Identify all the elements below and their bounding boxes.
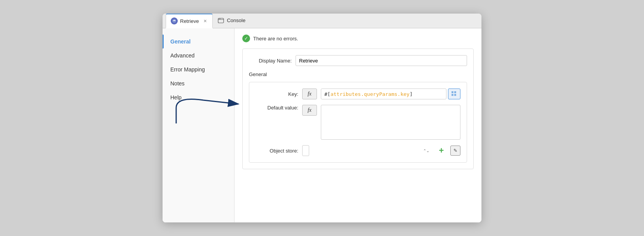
add-object-store-button[interactable]: + bbox=[436, 146, 446, 156]
svg-rect-11 bbox=[455, 92, 455, 92]
display-name-label: Display Name: bbox=[249, 58, 292, 64]
key-grid-button[interactable] bbox=[448, 88, 460, 99]
svg-rect-10 bbox=[452, 92, 453, 92]
key-label: Key: bbox=[256, 91, 298, 97]
main-panel: ✓ There are no errors. Display Name: Gen… bbox=[234, 28, 481, 222]
svg-point-0 bbox=[172, 19, 176, 23]
sidebar-item-error-mapping[interactable]: Error Mapping bbox=[163, 62, 234, 76]
check-circle-icon: ✓ bbox=[242, 35, 250, 42]
content-area: General Advanced Error Mapping Notes Hel… bbox=[163, 28, 481, 222]
svg-rect-3 bbox=[219, 19, 220, 19]
status-bar: ✓ There are no errors. bbox=[242, 35, 474, 42]
retrieve-icon bbox=[171, 17, 178, 24]
sidebar-item-general[interactable]: General bbox=[163, 35, 234, 49]
console-icon bbox=[217, 17, 224, 24]
key-row: Key: fx #[ attributes.queryParams.key ] bbox=[256, 88, 460, 99]
inner-section-box: Key: fx #[ attributes.queryParams.key ] bbox=[249, 82, 467, 163]
main-window: Retrieve ✕ Console General Advanced Erro… bbox=[163, 14, 481, 222]
sidebar-item-advanced[interactable]: Advanced bbox=[163, 49, 234, 62]
svg-rect-4 bbox=[220, 19, 221, 19]
tab-retrieve-close[interactable]: ✕ bbox=[203, 19, 208, 24]
default-value-textarea[interactable] bbox=[321, 105, 460, 140]
sidebar: General Advanced Error Mapping Notes Hel… bbox=[163, 28, 234, 222]
default-value-label: Default value: bbox=[256, 105, 298, 111]
form-box: Display Name: General Key: fx bbox=[242, 49, 474, 169]
status-text: There are no errors. bbox=[253, 36, 298, 42]
general-section-title: General bbox=[249, 71, 467, 77]
tab-console-label: Console bbox=[227, 17, 245, 23]
svg-rect-12 bbox=[452, 95, 453, 95]
object-store-label: Object store: bbox=[256, 148, 298, 154]
display-name-input[interactable] bbox=[296, 55, 467, 66]
edit-object-store-button[interactable]: ✎ bbox=[450, 146, 460, 156]
tab-retrieve-label: Retrieve bbox=[180, 18, 199, 24]
tab-retrieve[interactable]: Retrieve ✕ bbox=[166, 14, 213, 28]
svg-rect-13 bbox=[455, 95, 455, 95]
key-fx-button[interactable]: fx bbox=[302, 88, 317, 99]
sidebar-item-notes[interactable]: Notes bbox=[163, 76, 234, 90]
title-bar: Retrieve ✕ Console bbox=[163, 14, 481, 28]
default-value-row: Default value: fx bbox=[256, 105, 460, 140]
object-store-select-wrapper bbox=[302, 145, 432, 156]
default-value-fx-button[interactable]: fx bbox=[302, 105, 317, 116]
tab-console[interactable]: Console bbox=[213, 14, 250, 28]
sidebar-item-help[interactable]: Help bbox=[163, 90, 234, 104]
key-expression-field[interactable]: #[ attributes.queryParams.key ] bbox=[321, 88, 446, 99]
key-field-container: #[ attributes.queryParams.key ] bbox=[321, 88, 460, 99]
object-store-row: Object store: + ✎ bbox=[256, 145, 460, 156]
object-store-select[interactable] bbox=[302, 145, 309, 156]
display-name-row: Display Name: bbox=[249, 55, 467, 66]
